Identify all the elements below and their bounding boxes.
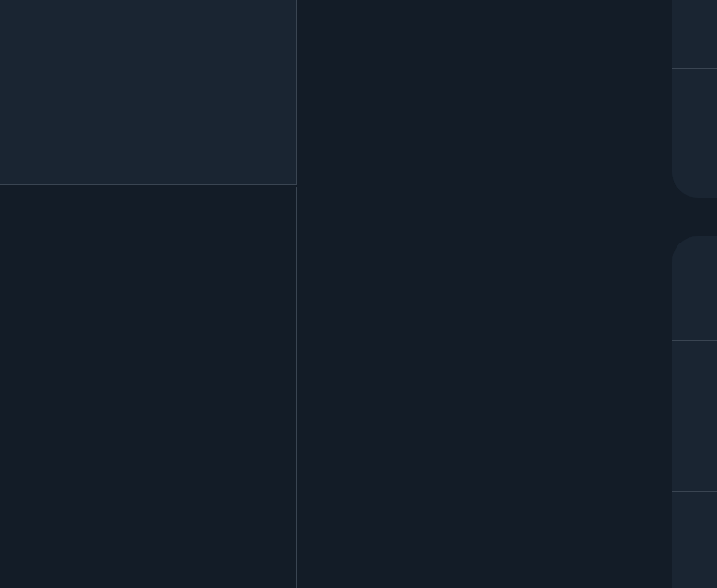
- list-item[interactable]: [672, 492, 717, 588]
- list-item[interactable]: [672, 69, 717, 198]
- list-item[interactable]: [672, 0, 717, 69]
- main-area: [297, 0, 717, 588]
- list-item[interactable]: [672, 341, 717, 492]
- card-group-top: [672, 0, 717, 198]
- sidebar-top-panel: [0, 0, 297, 185]
- sidebar-bottom-panel: [0, 187, 297, 588]
- sidebar: [0, 0, 297, 588]
- card-group-bottom: [672, 236, 717, 588]
- list-item[interactable]: [672, 236, 717, 341]
